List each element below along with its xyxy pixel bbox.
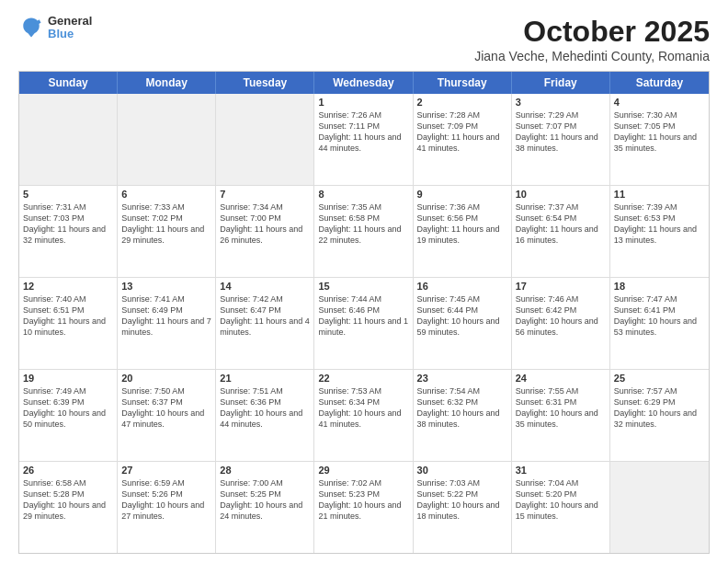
cal-cell-r0-c4: 2Sunrise: 7:28 AM Sunset: 7:09 PM Daylig… <box>414 94 512 185</box>
cal-cell-r3-c3: 22Sunrise: 7:53 AM Sunset: 6:34 PM Dayli… <box>314 370 413 461</box>
cal-cell-r0-c0 <box>19 94 118 185</box>
day-number: 17 <box>516 281 606 292</box>
day-number: 26 <box>23 465 113 476</box>
day-number: 8 <box>318 189 408 200</box>
cell-info: Sunrise: 7:42 AM Sunset: 6:47 PM Dayligh… <box>220 293 310 339</box>
cal-cell-r4-c5: 31Sunrise: 7:04 AM Sunset: 5:20 PM Dayli… <box>512 462 610 553</box>
day-number: 30 <box>417 465 507 476</box>
cell-info: Sunrise: 7:57 AM Sunset: 6:29 PM Dayligh… <box>614 385 705 431</box>
day-number: 22 <box>318 373 408 384</box>
day-header-tuesday: Tuesday <box>216 72 314 94</box>
cal-cell-r0-c3: 1Sunrise: 7:26 AM Sunset: 7:11 PM Daylig… <box>314 94 413 185</box>
day-header-sunday: Sunday <box>19 72 118 94</box>
day-number: 13 <box>121 281 211 292</box>
logo: General Blue <box>18 15 92 41</box>
day-number: 23 <box>417 373 507 384</box>
cell-info: Sunrise: 7:53 AM Sunset: 6:34 PM Dayligh… <box>318 385 408 431</box>
cal-cell-r1-c3: 8Sunrise: 7:35 AM Sunset: 6:58 PM Daylig… <box>314 186 413 277</box>
day-header-saturday: Saturday <box>610 72 709 94</box>
cell-info: Sunrise: 7:31 AM Sunset: 7:03 PM Dayligh… <box>23 201 113 247</box>
day-number: 25 <box>614 373 705 384</box>
cal-cell-r1-c5: 10Sunrise: 7:37 AM Sunset: 6:54 PM Dayli… <box>512 186 610 277</box>
day-number: 15 <box>318 281 408 292</box>
day-header-thursday: Thursday <box>414 72 512 94</box>
cell-info: Sunrise: 7:29 AM Sunset: 7:07 PM Dayligh… <box>516 109 606 155</box>
day-number: 5 <box>23 189 113 200</box>
day-number: 2 <box>417 97 507 108</box>
cell-info: Sunrise: 6:59 AM Sunset: 5:26 PM Dayligh… <box>121 477 211 523</box>
day-number: 11 <box>614 189 705 200</box>
calendar-header: SundayMondayTuesdayWednesdayThursdayFrid… <box>19 72 709 94</box>
day-number: 3 <box>516 97 606 108</box>
cell-info: Sunrise: 7:00 AM Sunset: 5:25 PM Dayligh… <box>220 477 310 523</box>
page: General Blue October 2025 Jiana Veche, M… <box>0 0 728 563</box>
cal-cell-r0-c2 <box>216 94 314 185</box>
day-number: 21 <box>220 373 310 384</box>
cell-info: Sunrise: 7:34 AM Sunset: 7:00 PM Dayligh… <box>220 201 310 247</box>
cell-info: Sunrise: 7:02 AM Sunset: 5:23 PM Dayligh… <box>318 477 408 523</box>
day-number: 7 <box>220 189 310 200</box>
cal-cell-r1-c4: 9Sunrise: 7:36 AM Sunset: 6:56 PM Daylig… <box>414 186 512 277</box>
day-number: 28 <box>220 465 310 476</box>
cell-info: Sunrise: 7:36 AM Sunset: 6:56 PM Dayligh… <box>417 201 507 247</box>
cal-cell-r0-c5: 3Sunrise: 7:29 AM Sunset: 7:07 PM Daylig… <box>512 94 610 185</box>
cal-cell-r2-c2: 14Sunrise: 7:42 AM Sunset: 6:47 PM Dayli… <box>216 278 314 369</box>
cell-info: Sunrise: 7:33 AM Sunset: 7:02 PM Dayligh… <box>121 201 211 247</box>
cal-cell-r3-c5: 24Sunrise: 7:55 AM Sunset: 6:31 PM Dayli… <box>512 370 610 461</box>
cal-cell-r4-c0: 26Sunrise: 6:58 AM Sunset: 5:28 PM Dayli… <box>19 462 118 553</box>
cal-cell-r4-c6 <box>610 462 709 553</box>
cal-cell-r2-c0: 12Sunrise: 7:40 AM Sunset: 6:51 PM Dayli… <box>19 278 118 369</box>
cell-info: Sunrise: 7:30 AM Sunset: 7:05 PM Dayligh… <box>614 109 705 155</box>
cal-cell-r3-c2: 21Sunrise: 7:51 AM Sunset: 6:36 PM Dayli… <box>216 370 314 461</box>
cell-info: Sunrise: 7:50 AM Sunset: 6:37 PM Dayligh… <box>121 385 211 431</box>
cal-cell-r1-c6: 11Sunrise: 7:39 AM Sunset: 6:53 PM Dayli… <box>610 186 709 277</box>
day-number: 14 <box>220 281 310 292</box>
calendar-row-2: 12Sunrise: 7:40 AM Sunset: 6:51 PM Dayli… <box>19 277 709 369</box>
day-number: 29 <box>318 465 408 476</box>
day-number: 12 <box>23 281 113 292</box>
day-number: 16 <box>417 281 507 292</box>
cal-cell-r1-c2: 7Sunrise: 7:34 AM Sunset: 7:00 PM Daylig… <box>216 186 314 277</box>
cell-info: Sunrise: 7:55 AM Sunset: 6:31 PM Dayligh… <box>516 385 606 431</box>
day-number: 1 <box>318 97 408 108</box>
cal-cell-r3-c0: 19Sunrise: 7:49 AM Sunset: 6:39 PM Dayli… <box>19 370 118 461</box>
day-header-friday: Friday <box>512 72 610 94</box>
calendar-body: 1Sunrise: 7:26 AM Sunset: 7:11 PM Daylig… <box>19 94 709 553</box>
cell-info: Sunrise: 7:39 AM Sunset: 6:53 PM Dayligh… <box>614 201 705 247</box>
cell-info: Sunrise: 6:58 AM Sunset: 5:28 PM Dayligh… <box>23 477 113 523</box>
cell-info: Sunrise: 7:41 AM Sunset: 6:49 PM Dayligh… <box>121 293 211 339</box>
day-header-monday: Monday <box>118 72 216 94</box>
day-number: 24 <box>516 373 606 384</box>
cal-cell-r2-c3: 15Sunrise: 7:44 AM Sunset: 6:46 PM Dayli… <box>314 278 413 369</box>
day-number: 9 <box>417 189 507 200</box>
day-number: 20 <box>121 373 211 384</box>
logo-blue-text: Blue <box>48 28 92 40</box>
cal-cell-r2-c1: 13Sunrise: 7:41 AM Sunset: 6:49 PM Dayli… <box>118 278 216 369</box>
day-number: 6 <box>121 189 211 200</box>
calendar-row-0: 1Sunrise: 7:26 AM Sunset: 7:11 PM Daylig… <box>19 94 709 185</box>
cal-cell-r4-c4: 30Sunrise: 7:03 AM Sunset: 5:22 PM Dayli… <box>414 462 512 553</box>
cell-info: Sunrise: 7:49 AM Sunset: 6:39 PM Dayligh… <box>23 385 113 431</box>
month-title: October 2025 <box>474 15 710 49</box>
day-header-wednesday: Wednesday <box>314 72 413 94</box>
cell-info: Sunrise: 7:46 AM Sunset: 6:42 PM Dayligh… <box>516 293 606 339</box>
day-number: 31 <box>516 465 606 476</box>
calendar: SundayMondayTuesdayWednesdayThursdayFrid… <box>18 71 710 554</box>
header: General Blue October 2025 Jiana Veche, M… <box>18 15 710 63</box>
calendar-row-4: 26Sunrise: 6:58 AM Sunset: 5:28 PM Dayli… <box>19 461 709 553</box>
logo-general-text: General <box>48 15 92 28</box>
cell-info: Sunrise: 7:03 AM Sunset: 5:22 PM Dayligh… <box>417 477 507 523</box>
cell-info: Sunrise: 7:37 AM Sunset: 6:54 PM Dayligh… <box>516 201 606 247</box>
day-number: 18 <box>614 281 705 292</box>
cell-info: Sunrise: 7:04 AM Sunset: 5:20 PM Dayligh… <box>516 477 606 523</box>
cell-info: Sunrise: 7:44 AM Sunset: 6:46 PM Dayligh… <box>318 293 408 339</box>
cell-info: Sunrise: 7:35 AM Sunset: 6:58 PM Dayligh… <box>318 201 408 247</box>
cal-cell-r4-c2: 28Sunrise: 7:00 AM Sunset: 5:25 PM Dayli… <box>216 462 314 553</box>
cal-cell-r3-c6: 25Sunrise: 7:57 AM Sunset: 6:29 PM Dayli… <box>610 370 709 461</box>
subtitle: Jiana Veche, Mehedinti County, Romania <box>474 49 710 63</box>
logo-icon <box>18 15 44 40</box>
cal-cell-r4-c1: 27Sunrise: 6:59 AM Sunset: 5:26 PM Dayli… <box>118 462 216 553</box>
calendar-row-1: 5Sunrise: 7:31 AM Sunset: 7:03 PM Daylig… <box>19 185 709 277</box>
cal-cell-r4-c3: 29Sunrise: 7:02 AM Sunset: 5:23 PM Dayli… <box>314 462 413 553</box>
cal-cell-r3-c1: 20Sunrise: 7:50 AM Sunset: 6:37 PM Dayli… <box>118 370 216 461</box>
